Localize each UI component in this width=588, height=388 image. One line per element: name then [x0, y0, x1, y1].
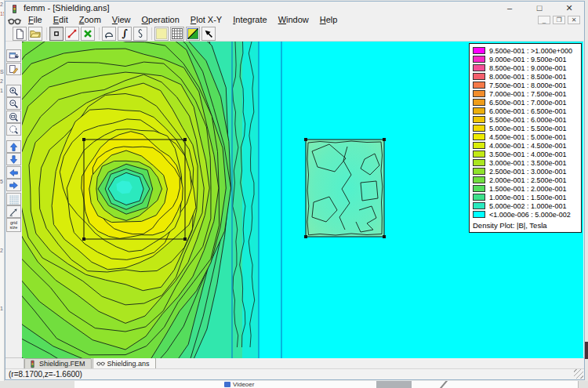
mdi-restore-button[interactable]: ❐	[553, 16, 565, 24]
zoom-extents-icon	[9, 125, 19, 135]
density-plot-button[interactable]	[154, 27, 169, 41]
screen: 215S21521 Videoer femm - [Shielding.ans]…	[0, 0, 588, 388]
legend-color-swatch	[473, 133, 485, 140]
menu-edit[interactable]: Edit	[48, 14, 74, 26]
tab-label: Shielding.ans	[107, 360, 150, 368]
pointer-button[interactable]	[201, 27, 216, 41]
arc-plot-button[interactable]	[102, 27, 116, 41]
background-explorer-pane	[74, 381, 578, 388]
legend-range-label: 6.500e-001 : 7.000e-001	[489, 99, 567, 107]
background-desktop-strip: Videoer	[0, 381, 588, 388]
femm-window: femm - [Shielding.ans] – □ ✕ FileEditZoo…	[5, 1, 585, 380]
title-bar[interactable]: femm - [Shielding.ans] – □ ✕	[5, 2, 584, 14]
legend-row: 8.000e-001 : 8.500e-001	[473, 72, 579, 81]
background-folder-item[interactable]: Videoer	[224, 381, 254, 388]
legend-row: <1.000e-006 : 5.000e-002	[473, 210, 579, 219]
legend-color-swatch	[473, 176, 485, 183]
legend-row: 5.000e-002 : 1.000e-001	[473, 201, 579, 210]
open-file-button[interactable]	[28, 27, 42, 41]
legend-range-label: 3.500e-001 : 4.000e-001	[489, 150, 567, 158]
legend-row: 7.500e-001 : 8.000e-001	[473, 81, 579, 89]
streamline-icon	[135, 28, 146, 39]
close-button[interactable]: ✕	[554, 2, 584, 14]
legend-range-label: 8.000e-001 : 8.500e-001	[489, 73, 567, 81]
cursor-coordinates: (r=8.1700,z=-1.6600)	[9, 370, 82, 379]
menu-zoom[interactable]: Zoom	[74, 14, 107, 26]
legend-color-swatch	[473, 159, 485, 166]
zoom-window-button[interactable]	[6, 111, 21, 123]
legend-color-swatch	[473, 47, 485, 54]
mdi-minimize-button[interactable]: _	[538, 16, 550, 24]
legend-range-label: 6.000e-001 : 6.500e-001	[489, 107, 567, 115]
legend-color-swatch	[473, 56, 485, 63]
menu-plot-x-y[interactable]: Plot X-Y	[185, 14, 227, 26]
legend-row: 3.500e-001 : 4.000e-001	[473, 150, 579, 158]
arrow-up-icon	[9, 142, 19, 152]
legend-color-swatch	[473, 125, 485, 132]
minimize-button[interactable]: –	[495, 2, 524, 14]
mesh-view-button[interactable]	[170, 27, 184, 41]
flux-lines-button[interactable]	[133, 27, 147, 41]
new-document-button[interactable]	[13, 27, 27, 41]
window-title: femm - [Shielding.ans]	[24, 3, 109, 13]
contour-mode-icon	[67, 28, 78, 39]
legend-row: 6.000e-001 : 6.500e-001	[473, 107, 579, 115]
postprocessor-icon	[96, 359, 105, 368]
density-legend: 9.500e-001 : >1.000e+0009.000e-001 : 9.5…	[469, 43, 582, 233]
legend-range-label: 1.000e-001 : 1.500e-001	[489, 194, 567, 201]
grid-toggle-button[interactable]	[6, 193, 21, 205]
pan-up-button[interactable]	[6, 140, 21, 153]
edit-properties-button[interactable]	[6, 63, 21, 75]
legend-range-label: 9.000e-001 : 9.500e-001	[489, 56, 567, 63]
legend-color-swatch	[473, 99, 485, 106]
model-canvas[interactable]: 9.500e-001 : >1.000e+0009.000e-001 : 9.5…	[22, 42, 583, 358]
menu-integrate[interactable]: Integrate	[227, 14, 272, 26]
menu-help[interactable]: Help	[314, 14, 343, 26]
point-values-button[interactable]	[49, 27, 64, 41]
zoom-extents-button[interactable]	[6, 123, 21, 136]
resize-grip[interactable]	[574, 369, 583, 379]
menu-window[interactable]: Window	[273, 14, 314, 26]
svg-text:∫: ∫	[122, 28, 128, 39]
background-text-fragment: 2	[0, 78, 3, 84]
pointer-icon	[203, 28, 214, 39]
background-divider	[578, 381, 579, 388]
snap-icon	[9, 207, 19, 217]
block-mode-button[interactable]	[81, 27, 95, 41]
legend-row: 5.500e-001 : 6.000e-001	[473, 115, 579, 124]
new-document-icon	[14, 28, 25, 39]
zoom-out-icon	[9, 99, 19, 109]
folder-icon	[224, 382, 230, 387]
legend-color-swatch	[473, 168, 485, 175]
grid-size-button[interactable]: grid size	[6, 218, 21, 232]
legend-range-label: 5.000e-002 : 1.000e-001	[489, 202, 567, 210]
legend-range-label: 7.500e-001 : 8.000e-001	[489, 82, 567, 89]
menu-operation[interactable]: Operation	[136, 14, 185, 26]
contour-plot-button[interactable]	[186, 27, 200, 41]
zoom-out-button[interactable]	[6, 97, 21, 110]
maximize-button[interactable]: □	[524, 2, 554, 14]
legend-color-swatch	[473, 116, 485, 123]
integral-button[interactable]: ∫	[118, 27, 132, 41]
mdi-window-controls: _ ❐ ✕	[538, 16, 580, 24]
pan-down-button[interactable]	[6, 153, 21, 165]
mesh-icon	[172, 28, 183, 39]
legend-color-swatch	[473, 142, 485, 149]
pan-left-button[interactable]	[6, 166, 21, 179]
view-sidebar: grid size	[5, 42, 22, 357]
grid-icon	[9, 194, 19, 205]
zoom-in-button[interactable]	[6, 85, 21, 97]
tab-shielding-fem[interactable]: Shielding.FEM	[24, 358, 92, 368]
menu-file[interactable]: File	[23, 14, 48, 26]
show-points-button[interactable]	[6, 49, 21, 62]
mdi-close-button[interactable]: ✕	[568, 16, 580, 24]
toolbar-separator	[96, 27, 102, 41]
contour-mode-button[interactable]	[65, 27, 79, 41]
pan-right-button[interactable]	[6, 179, 21, 191]
legend-color-swatch	[473, 202, 485, 209]
tab-shielding-ans[interactable]: Shielding.ans	[93, 357, 156, 368]
document-glasses-icon[interactable]	[8, 15, 21, 25]
menu-view[interactable]: View	[107, 14, 136, 26]
snap-grid-button[interactable]	[6, 205, 21, 218]
background-text-fragment: 1	[0, 88, 3, 93]
